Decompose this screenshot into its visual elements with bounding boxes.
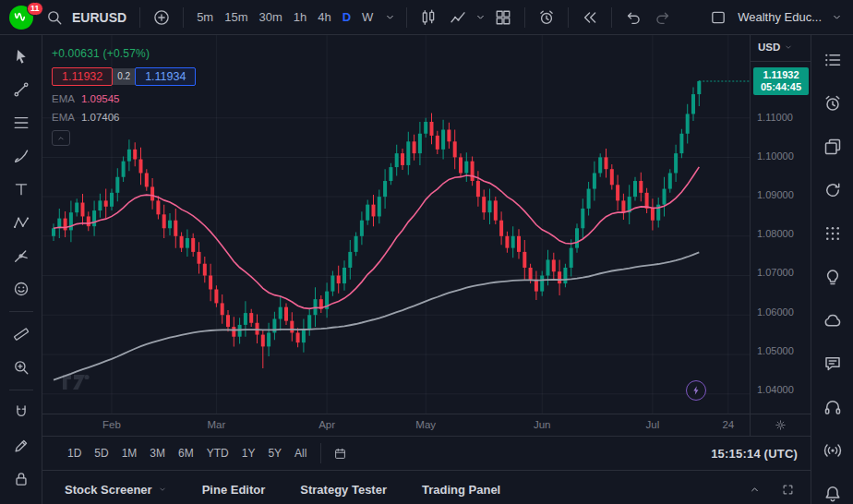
broadcast-icon [823,441,842,460]
main-area: +0.00631 (+0.57%) 1.11932 0.2 1.11934 EM… [42,35,811,504]
ema-value: 1.07406 [81,112,120,123]
time-labels[interactable]: FebMarAprMayJunJul24 [42,414,750,436]
compare-add-icon[interactable] [148,4,175,31]
indicator-template-control[interactable] [444,4,487,31]
magnet-tool[interactable] [7,399,35,426]
range-5y[interactable]: 5Y [261,443,288,463]
buy-button[interactable]: 1.11934 [135,67,196,86]
timeframe-4h[interactable]: 4h [312,6,336,29]
go-to-date-icon[interactable] [329,442,351,464]
forecast-tool[interactable] [7,242,35,270]
chats-button[interactable] [819,306,847,334]
alarm-icon [823,94,842,113]
brush-tool[interactable] [7,142,35,170]
divider [524,7,525,28]
sell-button[interactable]: 1.11932 [52,67,113,86]
tab-stock-screener[interactable]: Stock Screener [65,483,167,497]
indicator-row[interactable]: EMA 1.09545 [52,93,120,104]
panel-collapse-icon[interactable] [740,475,768,503]
dots9-icon [823,224,842,243]
drawing-toolbar [0,35,42,504]
bell-icon [823,485,842,503]
tab-pine-editor[interactable]: Pine Editor [202,483,266,497]
timeframe-W[interactable]: W [356,6,378,29]
clock[interactable]: 15:15:14 (UTC) [711,447,798,461]
account-name[interactable]: Wealthy Educ... [738,10,822,24]
tab-trading-panel[interactable]: Trading Panel [422,483,500,497]
price-axis-label: 1.08000 [757,228,794,239]
range-ytd[interactable]: YTD [200,443,235,463]
hotlists-button[interactable] [819,176,847,204]
layout-grid-icon[interactable] [489,4,517,31]
panel-maximize-icon[interactable] [774,475,801,503]
line-chart-icon[interactable] [444,4,472,31]
zoom-tool[interactable] [7,354,35,381]
emoji-tool[interactable] [7,275,35,303]
chart-style-dropdown-icon[interactable] [473,4,487,31]
range-list: 1D5D1M3M6MYTD1Y5YAll [61,443,313,463]
range-6m[interactable]: 6M [172,443,200,463]
fib-icon [13,114,30,131]
range-1m[interactable]: 1M [115,443,144,463]
legend-collapse-icon[interactable] [52,130,70,146]
symbol-name[interactable]: EURUSD [72,10,126,25]
timeframe-5m[interactable]: 5m [191,6,219,29]
panel-controls [740,475,801,503]
timeframe-dropdown-icon[interactable] [380,4,399,31]
timeframe-1h[interactable]: 1h [288,6,312,29]
toolbar-divider [9,311,33,312]
timeframe-30m[interactable]: 30m [253,6,287,29]
timeframe-15m[interactable]: 15m [219,6,253,29]
range-1d[interactable]: 1D [61,443,88,463]
lock-tool[interactable] [7,465,35,493]
save-layout-icon[interactable] [704,4,732,31]
help-button[interactable] [819,393,847,421]
symbol-search-icon[interactable] [41,4,68,31]
range-1y[interactable]: 1Y [235,443,262,463]
trend-line-tool[interactable] [7,76,35,103]
zoomin-icon [13,359,30,376]
text-tool[interactable] [7,175,35,203]
currency-dropdown[interactable]: USD [756,40,795,54]
timeframe-D[interactable]: D [337,6,356,29]
range-all[interactable]: All [288,443,313,463]
undo-icon[interactable] [619,4,647,31]
bar-replay-icon[interactable] [576,4,604,31]
fib-retracement-tool[interactable] [7,109,35,137]
ideas-button[interactable] [819,263,847,291]
object-tree-button[interactable] [819,220,847,247]
price-axis[interactable]: USD 1.110001.100001.090001.080001.070001… [750,35,811,414]
data-window-button[interactable] [819,133,847,161]
boost-button[interactable] [686,380,706,401]
range-5d[interactable]: 5D [88,443,114,463]
chev-down-icon [158,485,167,494]
xabcd-icon [13,214,30,231]
streams-button[interactable] [819,437,847,464]
list-icon [823,51,842,69]
conversation-button[interactable] [819,350,847,378]
account-logo[interactable]: 11 [7,3,39,32]
account-dropdown-icon[interactable] [827,4,846,31]
range-3m[interactable]: 3M [143,443,172,463]
watchlist-button[interactable] [819,46,847,74]
textt-icon [13,181,30,198]
time-axis-label: May [410,419,441,430]
chart-style-candles-icon[interactable] [414,4,442,31]
redo-icon[interactable] [649,4,677,31]
alerts-button[interactable] [819,90,847,117]
tab-label: Strategy Tester [300,483,387,497]
divider [320,443,321,463]
measure-tool[interactable] [7,320,35,348]
price-axis-label: 1.06000 [757,306,794,318]
indicator-row[interactable]: EMA 1.07406 [52,112,120,123]
chart-settings-gear-icon[interactable] [771,416,791,435]
notifications-button[interactable] [819,480,847,504]
alert-icon[interactable] [533,4,560,31]
xabcd-pattern-tool[interactable] [7,209,35,236]
tab-label: Pine Editor [202,483,266,497]
chart-plot[interactable]: +0.00631 (+0.57%) 1.11932 0.2 1.11934 EM… [42,35,750,414]
draw-tool[interactable] [7,432,35,460]
tab-strategy-tester[interactable]: Strategy Tester [300,483,387,497]
price-change: +0.00631 (+0.57%) [52,47,150,60]
cursor-tool[interactable] [7,42,35,70]
